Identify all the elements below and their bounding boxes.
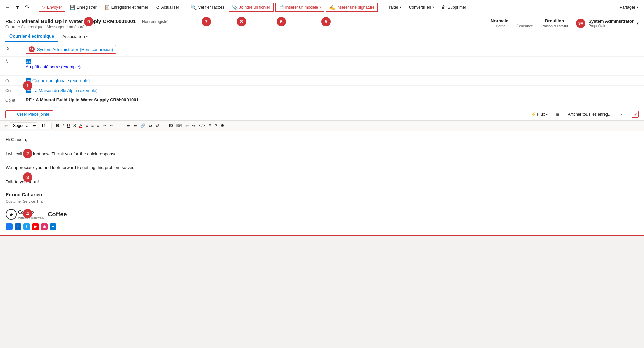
treat-button[interactable]: Traiter ▾ xyxy=(384,3,405,11)
trash-button[interactable]: 🗑 xyxy=(13,3,22,12)
create-attachment-button[interactable]: + + Créer Pièce jointe xyxy=(5,110,53,118)
trash-attach-button[interactable]: 🗑 xyxy=(553,111,562,118)
bcc-label: Cci xyxy=(5,88,26,93)
rte-undo-icon[interactable]: ↩ xyxy=(3,123,9,129)
tab-association[interactable]: Association ▾ xyxy=(58,31,91,42)
subject-label: Objet xyxy=(5,97,26,103)
font-color-button[interactable]: A xyxy=(78,123,84,129)
undo-button[interactable]: ↩ xyxy=(184,123,190,129)
verify-button[interactable]: 🔍 Vérifier l'accès xyxy=(188,3,227,12)
highlight-button[interactable]: ≡ xyxy=(84,123,89,129)
main-toolbar: ← 🗑 ↷ ▷ Envoyer 💾 Enregistrer 📋 Enregist… xyxy=(0,0,644,15)
assoc-chevron: ▾ xyxy=(86,34,88,38)
more-attach-button[interactable]: ⋮ xyxy=(617,111,626,118)
cc-contact-icon: CRM xyxy=(26,78,31,83)
logo-sub: Perfection is brewing. xyxy=(18,216,44,221)
outdent-button[interactable]: ⇤ xyxy=(108,123,114,129)
body-line5: Talk to you soon! xyxy=(6,179,638,186)
status-reason-label: Raison du statut xyxy=(541,24,568,28)
hr-button[interactable]: ─ xyxy=(161,123,167,129)
image-button[interactable]: 🖼 xyxy=(167,123,174,129)
to-link[interactable]: CRM Au p'tit café serré (exemple) xyxy=(26,59,80,69)
sig-logo: ⬤ Contoso Perfection is brewing. Coffee xyxy=(6,209,638,221)
more-icon: ⋮ xyxy=(474,5,478,10)
share-chevron: ▾ xyxy=(637,5,638,9)
logo-text: Contoso xyxy=(18,209,44,216)
owner-name: System Administrator xyxy=(588,19,634,24)
font-size-input[interactable] xyxy=(40,123,52,129)
from-value-box[interactable]: SA System Administrator (Hors connexion) xyxy=(26,45,116,54)
logo-brand: Contoso Perfection is brewing. xyxy=(18,209,44,221)
deadline-label: Échéance xyxy=(516,24,533,28)
back-button[interactable]: ← xyxy=(3,3,12,12)
attach-file-button[interactable]: 📎 Joindre un fichier xyxy=(229,3,273,12)
to-label: À xyxy=(5,59,26,64)
indent-button[interactable]: ⇥ xyxy=(101,123,108,129)
show-all-button[interactable]: Afficher tous les enreg... xyxy=(565,111,614,118)
youtube-icon: ▶ xyxy=(32,223,39,230)
body-greeting: Hi Claudia, xyxy=(6,136,638,143)
underline-button[interactable]: U xyxy=(66,123,71,129)
attach-icon: 📎 xyxy=(232,5,238,10)
ordered-list-button[interactable]: ☷ xyxy=(132,123,138,129)
sig-title: Customer Service Trial xyxy=(6,199,638,205)
delete-icon: 🗑 xyxy=(441,5,446,10)
attachments-bar: + + Créer Pièce jointe ⚡ Flux ▾ 🗑 Affich… xyxy=(0,108,644,121)
more-button[interactable]: ⋮ xyxy=(471,3,481,11)
owner-chevron[interactable]: ▾ xyxy=(637,21,639,26)
table-button[interactable]: ⊞ xyxy=(207,123,213,129)
save-close-button[interactable]: 📋 Enregistrer et fermer xyxy=(101,3,152,12)
owner-avatar: SA xyxy=(576,19,585,28)
save-close-icon: 📋 xyxy=(104,5,110,10)
redo-button[interactable]: ↷ xyxy=(23,3,31,12)
expand-button[interactable]: ⤢ xyxy=(632,111,639,118)
sig-name: Enrico Cattaneo xyxy=(6,191,638,199)
italic-button[interactable]: I xyxy=(61,123,65,129)
source-button[interactable]: </> xyxy=(198,123,206,129)
template-icon: 📄 xyxy=(278,5,284,10)
insert-signature-button[interactable]: ✍ Insérer une signature xyxy=(326,3,378,12)
code-button[interactable]: ⌨ xyxy=(175,123,183,129)
flux-button[interactable]: ⚡ Flux ▾ xyxy=(528,111,550,118)
superscript-button[interactable]: x² xyxy=(155,123,161,129)
email-container: RE : A Mineral Build Up in Water Supply … xyxy=(0,15,644,236)
priority-label: Priorité xyxy=(494,24,506,28)
plus-icon: + xyxy=(9,112,12,117)
email-body[interactable]: Hi Claudia, I will call you right now. T… xyxy=(0,131,644,236)
deadline-val: --- xyxy=(523,18,527,23)
settings-rte-button[interactable]: ⚙ xyxy=(219,123,226,129)
pause-button[interactable]: ⏸ xyxy=(115,123,122,129)
convert-button[interactable]: Convertir en ▾ xyxy=(406,3,437,11)
deadline-meta: --- Échéance xyxy=(516,18,533,28)
bold-button[interactable]: B xyxy=(55,123,61,129)
delete-button[interactable]: 🗑 Supprimer xyxy=(438,3,469,12)
nav-buttons: ← 🗑 ↷ xyxy=(3,3,31,12)
priority-meta: Normale Priorité xyxy=(491,18,508,28)
refresh-icon: ↺ xyxy=(156,5,160,10)
share-button[interactable]: Partager ▾ xyxy=(617,3,641,11)
bcc-link[interactable]: CRM La Maison du Ski Alpin (exemple) xyxy=(26,88,98,93)
subject-field-row: Objet RE : A Mineral Build Up in Water S… xyxy=(0,95,644,105)
link-button[interactable]: 🔗 xyxy=(139,123,147,129)
to-value: CRM Au p'tit café serré (exemple) --- xyxy=(26,59,80,73)
redo2-button[interactable]: ↪ xyxy=(191,123,197,129)
facebook-icon: f xyxy=(6,223,13,230)
rte-toolbar: ↩ Segoe UI · B I U S A ≡ ≡ ≡ ⇥ ⇤ ⏸ ☰ ☷ 🔗… xyxy=(0,121,644,131)
trash-attach-icon: 🗑 xyxy=(556,112,560,117)
strikethrough-button[interactable]: S xyxy=(72,123,77,129)
save-button[interactable]: 💾 Enregistrer xyxy=(67,3,100,12)
cc-link[interactable]: CRM Connexion globale (exemple) xyxy=(26,78,90,83)
cc-label: Cc xyxy=(5,78,26,83)
subscript-button[interactable]: x₂ xyxy=(147,123,154,129)
help-button[interactable]: ? xyxy=(214,123,219,129)
bullet-list-button[interactable]: ☰ xyxy=(125,123,131,129)
tab-email[interactable]: Courrier électronique xyxy=(5,31,58,42)
font-name-select[interactable]: Segoe UI xyxy=(10,122,37,129)
sep2 xyxy=(185,3,185,11)
align-left-button[interactable]: ≡ xyxy=(90,123,95,129)
align-center-button[interactable]: ≡ xyxy=(96,123,101,129)
verify-icon: 🔍 xyxy=(191,5,197,10)
insert-template-button[interactable]: 📄 Insérer un modèle ▾ xyxy=(275,3,325,12)
send-button[interactable]: ▷ Envoyer xyxy=(39,3,65,12)
refresh-button[interactable]: ↺ Actualiser xyxy=(153,3,182,12)
